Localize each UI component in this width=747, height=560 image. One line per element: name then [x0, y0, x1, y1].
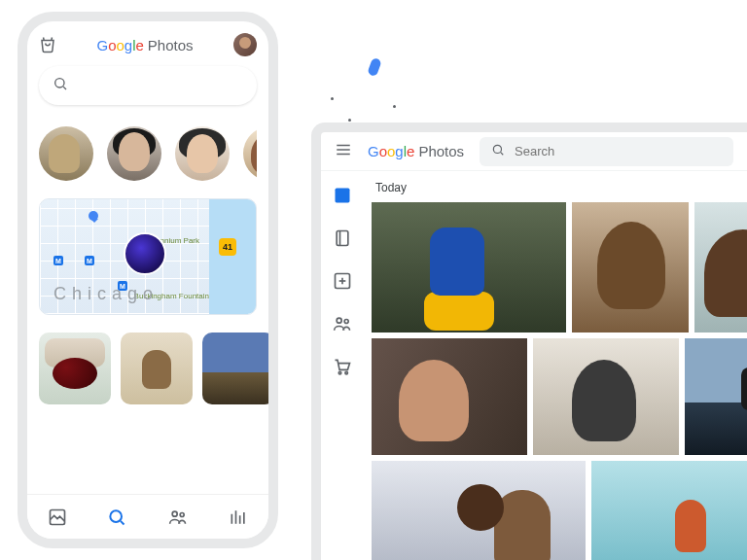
svg-point-6: [180, 512, 184, 516]
photo-thumb[interactable]: [694, 202, 747, 332]
search-bar[interactable]: [39, 66, 257, 105]
photo-thumb[interactable]: [372, 202, 566, 332]
phone-header: Google Photos: [39, 31, 257, 58]
account-avatar[interactable]: [233, 33, 257, 56]
rail-albums[interactable]: [332, 228, 353, 249]
tab-sharing[interactable]: [167, 508, 189, 527]
map-photo-thumb[interactable]: [124, 232, 166, 275]
svg-point-19: [338, 371, 341, 374]
svg-line-11: [501, 152, 504, 155]
search-icon: [491, 143, 505, 160]
rail-photos[interactable]: [332, 185, 353, 206]
menu-icon[interactable]: [335, 141, 352, 162]
print-store-icon[interactable]: [39, 36, 56, 53]
app-title-suffix: Photos: [418, 143, 464, 159]
tab-memories[interactable]: [229, 508, 248, 527]
category-thumb[interactable]: [121, 332, 193, 404]
search-input[interactable]: [515, 144, 722, 158]
tab-search[interactable]: [107, 508, 126, 527]
category-thumb[interactable]: [202, 332, 274, 404]
photo-thumb[interactable]: [685, 338, 747, 455]
rail-sharing[interactable]: [332, 313, 353, 334]
map-water: [209, 199, 256, 314]
svg-point-3: [111, 510, 123, 522]
metro-marker-icon: M: [53, 256, 63, 265]
search-icon: [53, 76, 68, 95]
people-face[interactable]: [175, 126, 230, 181]
rail-utilities[interactable]: [332, 270, 353, 292]
left-nav-rail: [321, 171, 364, 560]
map-city-label: Chicago: [53, 284, 159, 304]
app-title: Google Photos: [96, 37, 193, 53]
decorative-fleck: [348, 119, 351, 122]
browser-header: Google Photos: [321, 132, 747, 171]
photo-thumb[interactable]: [572, 202, 689, 332]
svg-rect-12: [336, 189, 350, 203]
people-face[interactable]: [243, 126, 257, 181]
photo-thumb[interactable]: [533, 338, 679, 455]
people-row: [39, 126, 257, 181]
decorative-fleck: [331, 97, 334, 100]
svg-point-0: [55, 79, 64, 88]
section-title: Today: [375, 181, 747, 194]
search-input[interactable]: [78, 78, 248, 93]
google-wordmark: Google: [368, 143, 414, 159]
svg-point-17: [337, 318, 341, 323]
tab-library[interactable]: [48, 508, 67, 527]
photos-main: Today: [364, 171, 747, 560]
map-pin-icon: [89, 211, 98, 221]
bottom-tab-bar: [27, 494, 268, 539]
svg-point-20: [345, 371, 348, 374]
categories-row: [39, 332, 257, 404]
places-map-card[interactable]: M M M M 41 Millennium Park Buckingham Fo…: [39, 198, 257, 315]
phone-frame: Google Photos M: [18, 12, 278, 548]
search-bar[interactable]: [480, 137, 733, 166]
people-face[interactable]: [107, 126, 161, 181]
browser-frame: Google Photos: [311, 122, 747, 560]
photo-thumb[interactable]: [591, 461, 747, 560]
svg-line-1: [63, 87, 66, 89]
app-title: Google Photos: [368, 143, 464, 159]
people-face[interactable]: [39, 126, 93, 181]
metro-marker-icon: M: [85, 256, 94, 265]
rail-print-store[interactable]: [332, 356, 353, 377]
photo-thumb[interactable]: [372, 461, 586, 560]
route-badge: 41: [219, 238, 236, 256]
svg-point-18: [344, 320, 348, 324]
photo-grid: [372, 202, 747, 560]
app-title-suffix: Photos: [148, 37, 194, 53]
photo-thumb[interactable]: [372, 338, 527, 455]
svg-line-4: [121, 520, 124, 524]
category-thumb[interactable]: [39, 332, 111, 404]
svg-point-5: [172, 511, 177, 516]
svg-rect-13: [337, 231, 348, 246]
svg-point-10: [493, 145, 501, 153]
decorative-fleck: [367, 57, 382, 77]
decorative-fleck: [393, 105, 396, 108]
google-wordmark: Google: [96, 37, 143, 53]
